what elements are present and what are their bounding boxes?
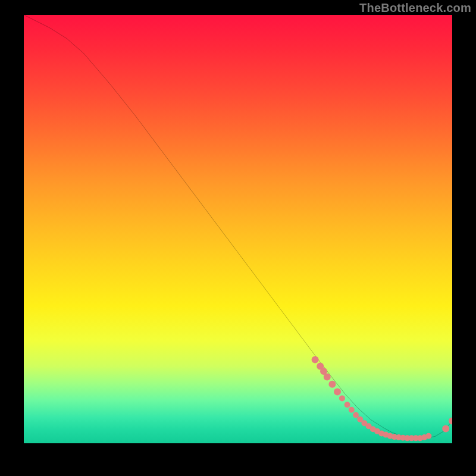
data-point [324, 373, 331, 380]
data-point [345, 402, 350, 408]
data-point [357, 416, 363, 422]
chart-data-points [312, 356, 452, 441]
data-point [378, 430, 384, 436]
data-point [353, 412, 359, 418]
chart-svg [24, 15, 452, 443]
data-point [442, 425, 449, 433]
data-point [366, 423, 372, 429]
data-point [334, 389, 341, 396]
chart-plot-area [24, 15, 452, 443]
data-point [320, 368, 327, 375]
data-point [396, 434, 402, 440]
chart-stage: TheBottleneck.com [0, 0, 476, 476]
data-point [417, 435, 423, 441]
data-point [339, 395, 345, 401]
data-point [392, 434, 397, 440]
data-point [383, 432, 389, 438]
data-point [449, 418, 452, 425]
data-point [370, 426, 376, 432]
data-point [425, 433, 431, 439]
data-point [404, 435, 410, 441]
watermark-text: TheBottleneck.com [359, 1, 471, 15]
chart-curve-line [24, 15, 452, 438]
data-point [349, 407, 355, 413]
data-point [400, 435, 406, 441]
data-point [312, 356, 319, 364]
data-point [421, 434, 427, 440]
data-point [328, 381, 336, 388]
data-point [387, 433, 393, 439]
data-point [361, 420, 367, 426]
data-point [317, 362, 324, 369]
data-point [413, 435, 419, 441]
data-point [374, 428, 380, 434]
data-point [409, 435, 415, 441]
